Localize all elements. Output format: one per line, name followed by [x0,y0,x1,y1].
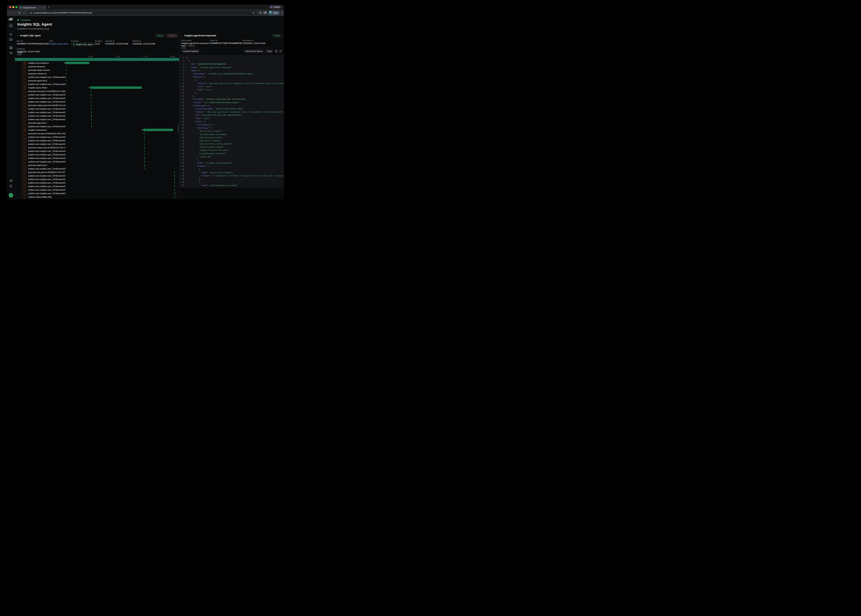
gantt-tick[interactable] [91,118,92,121]
trace-row[interactable]: >_publish:user:insights:user_2VH6zowmhZC… [15,153,179,156]
trace-row[interactable]: >_publish:user:insights:user_2VH6zowmhZC… [15,125,179,128]
gantt-tick[interactable] [91,111,91,113]
wrap-lines-button[interactable] [275,49,278,53]
trace-row[interactable]: >_publish:user:insights:user_2VH6zowmhZC… [15,174,179,178]
trace-row[interactable]: >_publish:user:insights:user_2VH6zowmhZC… [15,75,179,79]
event-search-icon[interactable] [9,38,13,41]
browser-tab[interactable]: Inngest Server × [18,5,46,9]
trace-row[interactable]: >_publish:user:insights:user_2VH6zowmhZC… [15,181,179,184]
tab-close-icon[interactable]: × [44,6,45,9]
gantt-tick[interactable] [175,185,175,187]
gantt-tick[interactable] [144,140,145,141]
gantt-tick[interactable] [144,160,145,163]
trace-row[interactable]: >_generate-agent-ids-1 [15,121,179,125]
url-text[interactable]: localhost:8288/run?runID=01KHRMF677RJPPH… [33,12,251,14]
trace-row[interactable]: >_publish:user:insights:user_2VH6zowmhZC… [15,178,179,181]
functions-icon[interactable] [9,52,13,54]
trace-row[interactable]: >_publish:user:insights:user_2VH6zowmhZC… [15,142,179,146]
gantt-tick[interactable] [175,192,175,195]
gantt-tick[interactable] [66,83,67,85]
gantt-bar[interactable] [15,58,179,61]
gantt-tick[interactable] [66,80,67,82]
forward-button[interactable]: → [13,11,16,14]
trace-row[interactable]: >_publish:user:insights:user_2VH6zowmhZC… [15,110,179,114]
gantt-tick[interactable] [175,196,175,198]
trace-row[interactable]: >_generate-output-part-id-4c4de9f0-6e7a-… [15,104,179,107]
close-window-button[interactable] [9,6,11,8]
trace-row[interactable]: Insights Event Matcher [15,61,179,65]
gantt-bar[interactable] [90,86,142,89]
tab-trace[interactable]: Trace [17,51,23,53]
app-link[interactable]: insights-agent-client [49,42,71,45]
gantt-tick[interactable] [91,115,92,117]
trace-row[interactable]: >_publish:user:insights:user_2VH6zowmhZC… [15,184,179,188]
chevron-down-icon[interactable]: ⌄ [181,35,183,37]
profile-chip[interactable]: Work [268,11,280,15]
extensions-icon[interactable] [259,11,262,14]
trace-row[interactable]: >_publish:user:insights:user_2VH6zowmhZC… [15,188,179,192]
bookmark-star-icon[interactable] [252,12,255,14]
gantt-tick[interactable] [66,76,67,78]
gantt-tick[interactable] [144,157,145,159]
gantt-tick[interactable] [91,90,91,92]
trace-row[interactable]: >_publish:user:insights:user_2VH6zowmhZC… [15,156,179,160]
gantt-tick[interactable] [145,164,145,167]
menu-kebab-icon[interactable] [282,11,282,14]
gantt-tick[interactable] [174,178,175,181]
gantt-tick[interactable] [66,72,67,75]
send-to-dev-server-button[interactable]: Send to Dev Server [244,49,264,53]
gantt-tick[interactable] [144,132,144,135]
rerun-button[interactable]: Rerun [155,33,165,38]
side-panel-search-icon[interactable] [263,11,266,14]
gemini-button[interactable]: Gemini [269,5,282,9]
help-icon[interactable]: ? [9,185,13,188]
gantt-tick[interactable] [144,146,145,149]
gantt-tick[interactable] [91,104,91,107]
gantt-tick[interactable] [175,182,175,184]
apps-icon[interactable] [9,46,13,49]
trace-row[interactable]: Insights Query Writer [15,86,179,90]
trace-row[interactable]: >_generate-text-part-id-105bf925-5722-43… [15,170,179,174]
run-row[interactable]: 39Run [15,58,179,61]
trace-row[interactable]: >_generate-tool-part-id-4c4de9f0-6e7a-4d… [15,90,179,93]
trace-row[interactable]: >_publish:user:insights:user_2VH6zowmhZC… [15,160,179,163]
info-icon[interactable] [30,12,32,14]
reload-button[interactable]: ⟳ [18,11,21,14]
gantt-tick[interactable] [91,94,91,96]
trace-row[interactable]: >_generate-agent-ids-2 [15,163,179,167]
dv-badge[interactable]: DV [9,24,13,28]
copy-button[interactable]: Copy [265,49,273,53]
gantt-tick[interactable] [144,143,145,145]
trace-row[interactable]: Insights Summarizer [15,128,179,132]
trace-row[interactable]: >_publish:user:insights:user_2VH6zowmhZC… [15,82,179,86]
gantt-tick[interactable] [91,108,91,110]
gantt-tick[interactable] [144,136,145,138]
gantt-tick[interactable] [174,175,175,177]
function-payload-button[interactable]: Function Payload [181,49,200,53]
trace-row[interactable]: >_publish:user:insights:user_2VH6zowmhZC… [15,100,179,104]
gantt-bar[interactable] [143,129,173,131]
trace-row[interactable]: >_publish:user:insights:user_2VH6zowmhZC… [15,167,179,170]
trace-row[interactable]: >_capture-observability-data [15,195,179,199]
trace-row[interactable]: >_publish:user:insights:user_2VH6zowmhZC… [15,107,179,110]
trace-row[interactable]: >_generate-network-id [15,72,179,75]
trace-row[interactable]: >_publish:user:insights:user_2VH6zowmhZC… [15,149,179,153]
runs-feed-icon[interactable] [9,33,13,36]
trace-row[interactable]: >_publish:user:insights:user_2VH6zowmhZC… [15,114,179,118]
trace-row[interactable]: >_publish:user:insights:user_2VH6zowmhZC… [15,93,179,96]
function-badge[interactable]: Insights SQL Agent [71,42,94,46]
gantt-tick[interactable] [174,171,175,173]
trace-row[interactable]: >_generate-output-part-id-58d1b116-c53c-… [15,146,179,149]
invoke-button[interactable]: Invoke [272,33,282,38]
gantt-tick[interactable] [145,168,145,170]
gantt-tick[interactable] [91,97,91,99]
trace-row[interactable]: >_generate-agent-ids-0 [15,79,179,82]
gantt-tick[interactable] [66,69,67,71]
zoom-window-button[interactable] [16,6,17,8]
cancel-button[interactable]: Cancel [167,33,178,38]
gantt-tick[interactable] [144,154,145,156]
minimize-window-button[interactable] [12,6,14,8]
gantt-tick[interactable] [66,66,67,68]
url-bar[interactable]: localhost:8288/run?runID=01KHRMF677RJPPH… [28,11,257,15]
chevron-down-icon[interactable]: ⌄ [17,35,18,37]
